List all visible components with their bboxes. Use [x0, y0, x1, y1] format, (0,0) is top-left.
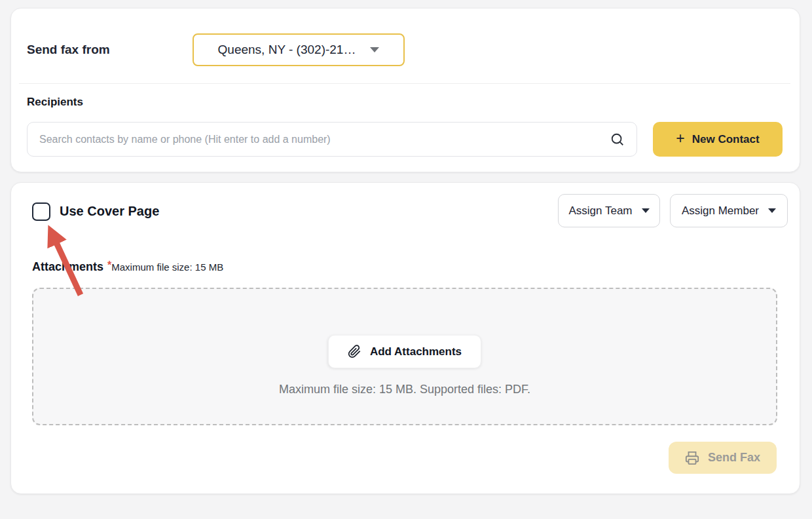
- assign-team-dropdown[interactable]: Assign Team: [558, 194, 660, 227]
- assign-team-label: Assign Team: [568, 204, 632, 218]
- new-contact-button[interactable]: + New Contact: [653, 122, 783, 157]
- required-asterisk: *: [107, 260, 111, 271]
- send-fax-header-card: Send fax from Queens, NY - (302)-21… Rec…: [10, 8, 800, 172]
- send-fax-label: Send Fax: [708, 451, 760, 465]
- new-contact-label: New Contact: [692, 133, 760, 146]
- send-fax-button[interactable]: Send Fax: [669, 442, 777, 474]
- search-icon: [610, 132, 625, 147]
- fax-line-selected-value: Queens, NY - (302)-21…: [218, 43, 356, 57]
- dropzone-hint: Maximum file size: 15 MB. Supported file…: [33, 383, 776, 396]
- divider: [19, 83, 790, 84]
- chevron-down-icon: [768, 208, 776, 213]
- compose-fax-card: Use Cover Page Assign Team Assign Member…: [10, 182, 800, 494]
- paperclip-icon: [348, 345, 361, 358]
- add-attachments-label: Add Attachments: [370, 345, 462, 358]
- plus-icon: +: [676, 131, 684, 146]
- chevron-down-icon: [370, 47, 379, 52]
- use-cover-page-checkbox[interactable]: [32, 202, 50, 221]
- assign-member-dropdown[interactable]: Assign Member: [670, 194, 788, 227]
- attachments-size-hint: Maximum file size: 15 MB: [111, 261, 223, 273]
- use-cover-page-label: Use Cover Page: [60, 204, 159, 219]
- attachments-label: Attachments: [32, 260, 103, 274]
- fax-line-select[interactable]: Queens, NY - (302)-21…: [193, 33, 405, 66]
- send-fax-from-label: Send fax from: [27, 43, 110, 57]
- recipients-search-field: [27, 122, 637, 157]
- recipients-label: Recipients: [27, 96, 83, 109]
- add-attachments-button[interactable]: Add Attachments: [328, 335, 481, 368]
- chevron-down-icon: [642, 208, 650, 213]
- assign-member-label: Assign Member: [682, 204, 759, 218]
- attachments-header: Attachments * Maximum file size: 15 MB: [32, 260, 223, 274]
- recipients-search-input[interactable]: [28, 123, 637, 156]
- printer-icon: [685, 451, 699, 465]
- attachments-dropzone[interactable]: Add Attachments Maximum file size: 15 MB…: [32, 288, 777, 425]
